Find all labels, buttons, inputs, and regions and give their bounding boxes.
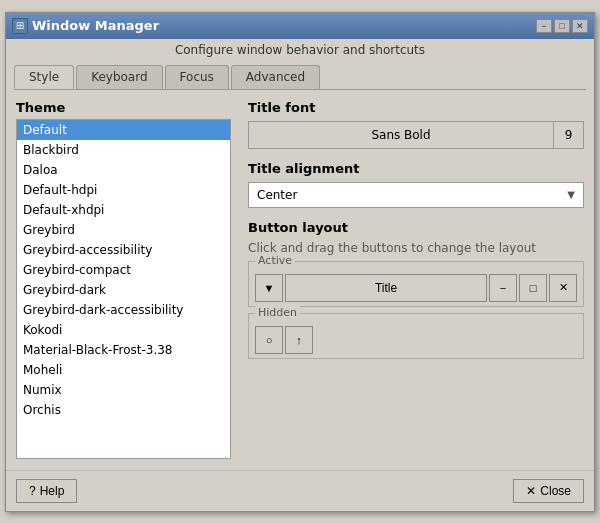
main-content: Theme Default Blackbird Daloa Default-hd… xyxy=(6,90,594,470)
tab-advanced[interactable]: Advanced xyxy=(231,65,320,89)
alignment-dropdown[interactable]: Center ▼ xyxy=(248,182,584,208)
left-panel: Theme Default Blackbird Daloa Default-hd… xyxy=(16,100,236,460)
font-row: Sans Bold 9 xyxy=(248,121,584,149)
dropdown-arrow-icon: ▼ xyxy=(567,189,575,200)
theme-item-greybird-accessibility[interactable]: Greybird-accessibility xyxy=(17,240,230,260)
title-font-label: Title font xyxy=(248,100,584,115)
active-buttons: ▼ Title − □ ✕ xyxy=(255,266,577,302)
help-button[interactable]: ? Help xyxy=(16,479,77,503)
close-icon: ✕ xyxy=(526,484,536,498)
theme-label: Theme xyxy=(16,100,236,115)
window-icon: ⊞ xyxy=(12,18,28,34)
subtitle: Configure window behavior and shortcuts xyxy=(6,39,594,61)
button-layout-desc: Click and drag the buttons to change the… xyxy=(248,241,584,255)
theme-item-orchis[interactable]: Orchis xyxy=(17,400,230,420)
theme-item-moheli[interactable]: Moheli xyxy=(17,360,230,380)
theme-list[interactable]: Default Blackbird Daloa Default-hdpi Def… xyxy=(16,119,231,459)
font-size-display: 9 xyxy=(553,122,583,148)
help-icon: ? xyxy=(29,484,36,498)
title-alignment-section: Title alignment Center ▼ xyxy=(248,161,584,208)
maximize-layout-btn[interactable]: □ xyxy=(519,274,547,302)
hidden-buttons: ○ ↑ xyxy=(255,318,577,354)
alignment-value: Center xyxy=(257,188,563,202)
active-group: Active ▼ Title − □ ✕ xyxy=(248,261,584,307)
theme-item-greybird-dark[interactable]: Greybird-dark xyxy=(17,280,230,300)
dropdown-btn[interactable]: ▼ xyxy=(255,274,283,302)
hidden-group: Hidden ○ ↑ xyxy=(248,313,584,359)
window: ⊞ Window Manager − □ ✕ Configure window … xyxy=(5,12,595,512)
theme-item-material[interactable]: Material-Black-Frost-3.38 xyxy=(17,340,230,360)
tab-keyboard[interactable]: Keyboard xyxy=(76,65,162,89)
theme-item-default-xhdpi[interactable]: Default-xhdpi xyxy=(17,200,230,220)
minimize-layout-btn[interactable]: − xyxy=(489,274,517,302)
theme-item-kokodi[interactable]: Kokodi xyxy=(17,320,230,340)
theme-item-default-hdpi[interactable]: Default-hdpi xyxy=(17,180,230,200)
theme-item-numix[interactable]: Numix xyxy=(17,380,230,400)
maximize-button[interactable]: □ xyxy=(554,19,570,33)
hidden-group-label: Hidden xyxy=(255,306,300,319)
theme-item-blackbird[interactable]: Blackbird xyxy=(17,140,230,160)
font-name-display: Sans Bold xyxy=(249,128,553,142)
theme-item-default[interactable]: Default xyxy=(17,120,230,140)
title-font-section: Title font Sans Bold 9 xyxy=(248,100,584,149)
minimize-button[interactable]: − xyxy=(536,19,552,33)
close-title-button[interactable]: ✕ xyxy=(572,19,588,33)
theme-item-greybird-compact[interactable]: Greybird-compact xyxy=(17,260,230,280)
titlebar: ⊞ Window Manager − □ ✕ xyxy=(6,13,594,39)
title-alignment-label: Title alignment xyxy=(248,161,584,176)
right-panel: Title font Sans Bold 9 Title alignment C… xyxy=(248,100,584,460)
titlebar-buttons: − □ ✕ xyxy=(536,19,588,33)
shade-btn[interactable]: ○ xyxy=(255,326,283,354)
active-group-label: Active xyxy=(255,254,295,267)
close-label: Close xyxy=(540,484,571,498)
close-button[interactable]: ✕ Close xyxy=(513,479,584,503)
window-title: Window Manager xyxy=(32,18,159,33)
close-layout-btn[interactable]: ✕ xyxy=(549,274,577,302)
titlebar-left: ⊞ Window Manager xyxy=(12,18,159,34)
title-btn[interactable]: Title xyxy=(285,274,487,302)
theme-item-greybird-dark-accessibility[interactable]: Greybird-dark-accessibility xyxy=(17,300,230,320)
tab-style[interactable]: Style xyxy=(14,65,74,89)
help-label: Help xyxy=(40,484,65,498)
tabs-bar: Style Keyboard Focus Advanced xyxy=(6,61,594,89)
above-btn[interactable]: ↑ xyxy=(285,326,313,354)
theme-item-daloa[interactable]: Daloa xyxy=(17,160,230,180)
button-layout-section: Button layout Click and drag the buttons… xyxy=(248,220,584,359)
footer: ? Help ✕ Close xyxy=(6,470,594,511)
theme-item-greybird[interactable]: Greybird xyxy=(17,220,230,240)
tab-focus[interactable]: Focus xyxy=(165,65,229,89)
button-layout-label: Button layout xyxy=(248,220,584,235)
